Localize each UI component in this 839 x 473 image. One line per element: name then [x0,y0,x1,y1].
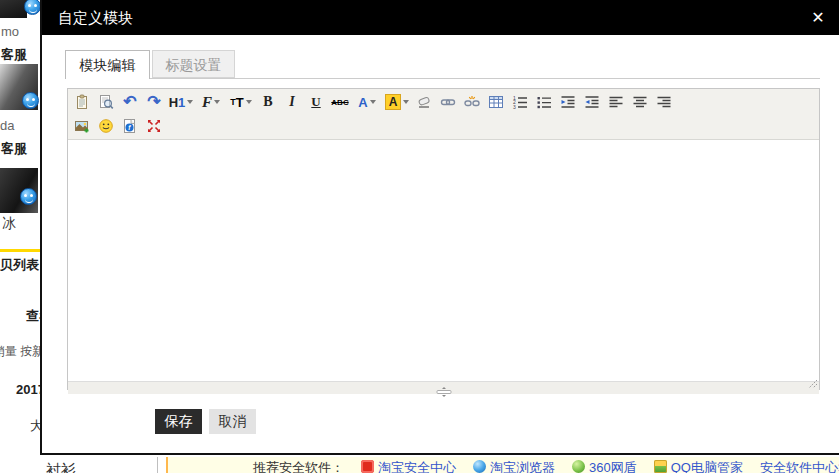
link-label[interactable]: 360网盾 [589,457,637,473]
sort-label[interactable]: 销量 按新 [0,343,40,360]
redo-icon[interactable]: ↷ [142,92,166,113]
preview-icon[interactable] [94,92,118,113]
fore-color-icon: A [358,95,367,110]
fore-color-dropdown[interactable]: A [352,92,382,113]
dialog-title: 自定义模块 [58,9,133,28]
wangwang-smile [29,8,37,13]
link-security-center[interactable]: 安全软件中心>> [760,457,839,473]
underline-icon[interactable]: U [304,92,328,113]
undo-glyph: ↶ [123,94,136,110]
contact-role: 客服 [1,46,27,64]
indent-icon[interactable] [556,92,580,113]
heading-icon: H1 [169,95,186,110]
tab-title-settings[interactable]: 标题设置 [152,50,235,78]
outdent-icon[interactable] [580,92,604,113]
dialog-titlebar: 自定义模块 ✕ [42,0,839,35]
custom-module-dialog: 自定义模块 ✕ 模块编辑 标题设置 ↶ ↷ [40,0,839,455]
emoticon-icon[interactable] [94,116,118,137]
promo-prefix: 推荐安全软件： [253,457,344,473]
link-360-shield[interactable]: 360网盾 [572,457,637,473]
tab-module-edit[interactable]: 模块编辑 [65,50,150,79]
flash-icon[interactable]: f [118,116,142,137]
contact-role: 客服 [1,140,27,158]
extra-label: 大 [30,417,40,435]
close-icon[interactable]: ✕ [807,7,829,29]
redo-glyph: ↷ [147,94,160,110]
svg-text:3: 3 [513,104,516,110]
strikethrough-icon[interactable]: ABC [328,92,352,113]
remove-format-icon[interactable] [412,92,436,113]
product-list-label[interactable]: 贝列表 [0,256,39,274]
chevron-down-icon [403,100,409,104]
view-label[interactable]: 查看 [26,307,40,325]
chevron-down-icon [187,100,193,104]
taobao-security-icon [361,460,374,473]
wangwang-icon[interactable] [24,0,40,15]
chevron-down-icon [370,100,376,104]
contact-avatar [0,0,27,18]
resize-handle-icon[interactable] [435,383,453,401]
link-label[interactable]: 安全软件中心>> [760,457,839,473]
editor-statusbar [68,381,819,394]
align-left-icon[interactable] [604,92,628,113]
source-icon[interactable] [70,92,94,113]
align-right-icon[interactable] [652,92,676,113]
page-bottom-strip: 衬衫 推荐安全软件： 淘宝安全中心 淘宝浏览器 360网盾 QQ电脑管家 安全软… [0,457,839,473]
wangwang-smile [27,102,35,107]
link-taobao-security[interactable]: 淘宝安全中心 [361,457,456,473]
security-promo-bar: 推荐安全软件： 淘宝安全中心 淘宝浏览器 360网盾 QQ电脑管家 安全软件中心… [166,457,839,473]
unlink-icon[interactable] [460,92,484,113]
link-qq-pc-manager[interactable]: QQ电脑管家 [654,457,743,473]
toolbar-row-1: ↶ ↷ H1 F TT B I U ABC A [70,90,817,114]
corner-resize-icon[interactable] [808,375,818,393]
hilite-color-icon: A [385,94,402,110]
divider [157,457,158,473]
font-size-dropdown[interactable]: TT [226,92,256,113]
insert-image-icon[interactable] [70,116,94,137]
link-label[interactable]: 淘宝安全中心 [378,457,456,473]
360-shield-icon [572,460,585,473]
font-size-icon-large: T [236,95,244,110]
table-icon[interactable] [484,92,508,113]
editor-toolbar: ↶ ↷ H1 F TT B I U ABC A [68,89,819,140]
rich-text-editor: ↶ ↷ H1 F TT B I U ABC A [67,88,820,390]
year-label: 2017 [16,382,40,397]
sidebar-divider [0,249,40,252]
screen: mo 客服 da 客服 冰 贝列表 查看 销量 按新 2017 大 衬衫 推荐安… [0,0,839,473]
save-button[interactable]: 保存 [155,409,202,434]
editor-content-area[interactable] [68,140,819,381]
link-taobao-browser[interactable]: 淘宝浏览器 [473,457,555,473]
contact-name: da [0,118,14,133]
hilite-color-dropdown[interactable]: A [382,92,412,113]
cancel-button[interactable]: 取消 [209,409,256,434]
undo-icon[interactable]: ↶ [118,92,142,113]
wangwang-icon[interactable] [20,188,37,205]
ordered-list-icon[interactable]: 123 [508,92,532,113]
contact-name: 冰 [2,215,16,233]
font-name-icon: F [202,94,212,111]
wangwang-smile [25,198,33,203]
unordered-list-icon[interactable] [532,92,556,113]
link-icon[interactable] [436,92,460,113]
background-sidebar: mo 客服 da 客服 冰 贝列表 查看 销量 按新 2017 大 [0,0,40,455]
italic-icon[interactable]: I [280,92,304,113]
wangwang-icon[interactable] [22,92,39,109]
font-name-dropdown[interactable]: F [196,92,226,113]
link-label[interactable]: QQ电脑管家 [671,457,743,473]
align-center-icon[interactable] [628,92,652,113]
link-label[interactable]: 淘宝浏览器 [490,457,555,473]
fullscreen-icon[interactable] [142,116,166,137]
dialog-tabs: 模块编辑 标题设置 [65,50,820,79]
toolbar-row-2: f [70,114,817,138]
heading-dropdown[interactable]: H1 [166,92,196,113]
contact-name: mo [1,24,19,39]
bold-icon[interactable]: B [256,92,280,113]
qq-pc-manager-icon [654,460,667,473]
taobao-browser-icon [473,460,486,473]
chevron-down-icon [214,100,220,104]
category-label[interactable]: 衬衫 [46,457,76,473]
chevron-down-icon [246,100,252,104]
